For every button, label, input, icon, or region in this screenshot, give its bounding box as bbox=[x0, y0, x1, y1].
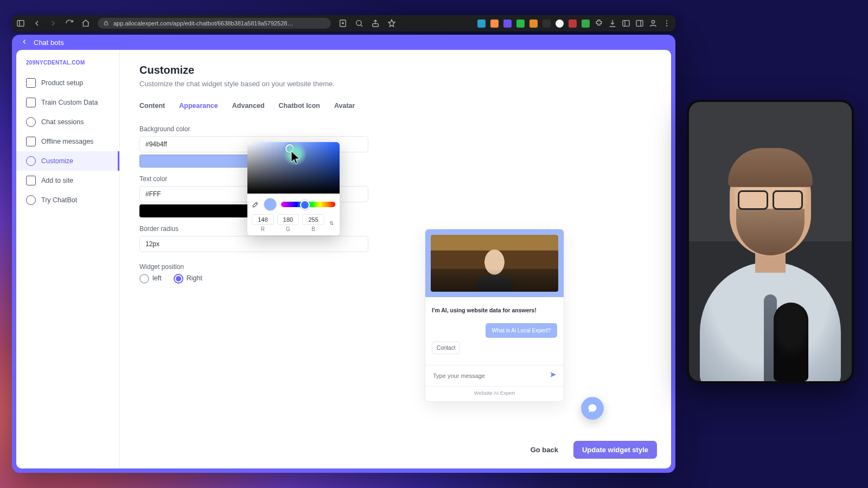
sidebar: 209NYCDENTAL.COM Product setup Train Cus… bbox=[16, 50, 120, 468]
tab-chatbot-icon[interactable]: Chatbot Icon bbox=[279, 100, 320, 112]
download-icon[interactable] bbox=[608, 19, 617, 28]
extension-icon[interactable] bbox=[503, 20, 512, 28]
radio-icon bbox=[174, 274, 183, 284]
b-input[interactable]: 255 bbox=[302, 214, 324, 225]
browser-toolbar: app.ailocalexpert.com/app/edit-chatbot/6… bbox=[12, 15, 675, 31]
r-label: R bbox=[252, 226, 274, 232]
extension-icon[interactable] bbox=[542, 20, 551, 28]
color-mode-toggle[interactable]: ⇅ bbox=[328, 214, 335, 232]
sidebar-item-offline-messages[interactable]: Offline messages bbox=[16, 132, 119, 151]
address-bar[interactable]: app.ailocalexpert.com/app/edit-chatbot/6… bbox=[98, 18, 331, 29]
extension-icon[interactable] bbox=[556, 20, 564, 28]
chat-bubble-launcher[interactable] bbox=[581, 397, 604, 420]
profile-icon[interactable] bbox=[649, 19, 658, 28]
sidebar-item-label: Customize bbox=[41, 157, 73, 165]
b-label: B bbox=[302, 226, 324, 232]
reload-icon[interactable] bbox=[65, 19, 74, 28]
sidebar-item-add-to-site[interactable]: Add to site bbox=[16, 171, 119, 190]
home-icon[interactable] bbox=[81, 19, 90, 28]
extension-icon[interactable] bbox=[569, 20, 577, 28]
hue-thumb-icon[interactable] bbox=[300, 200, 310, 210]
sidebar-item-label: Try ChatBot bbox=[41, 196, 77, 204]
sidebar-item-chat-sessions[interactable]: Chat sessions bbox=[16, 112, 119, 132]
update-button[interactable]: Update widget style bbox=[573, 441, 657, 459]
extension-icon[interactable] bbox=[516, 20, 525, 28]
star-icon[interactable] bbox=[387, 19, 396, 28]
webcam-person bbox=[700, 153, 841, 383]
extension-icon[interactable] bbox=[477, 20, 486, 28]
go-back-button[interactable]: Go back bbox=[522, 441, 567, 459]
sidebar-item-customize[interactable]: Customize bbox=[16, 151, 119, 171]
webcam-overlay bbox=[687, 100, 854, 383]
r-input[interactable]: 148 bbox=[252, 214, 274, 225]
chat-bubble-icon bbox=[587, 403, 598, 414]
microphone-icon bbox=[774, 303, 808, 381]
tab-appearance[interactable]: Appearance bbox=[179, 100, 218, 112]
panel-left-icon[interactable] bbox=[622, 19, 630, 28]
nav-back-icon[interactable] bbox=[33, 19, 41, 28]
radio-icon bbox=[139, 274, 149, 284]
desktop-wallpaper: app.ailocalexpert.com/app/edit-chatbot/6… bbox=[0, 0, 868, 488]
extensions-menu-icon[interactable] bbox=[595, 19, 603, 28]
site-name: 209NYCDENTAL.COM bbox=[16, 60, 119, 73]
eyedropper-icon[interactable] bbox=[252, 201, 259, 208]
quick-reply-chip[interactable]: What is Ai Local Expert? bbox=[486, 323, 557, 338]
share-icon[interactable] bbox=[371, 19, 380, 28]
sidebar-toggle-icon[interactable] bbox=[16, 19, 25, 28]
svg-point-3 bbox=[356, 21, 361, 25]
install-app-icon[interactable] bbox=[339, 19, 347, 28]
contact-button[interactable]: Contact bbox=[432, 342, 460, 354]
lock-icon bbox=[103, 20, 109, 27]
g-input[interactable]: 180 bbox=[277, 214, 299, 225]
radio-label: left bbox=[152, 274, 162, 282]
svg-rect-1 bbox=[104, 23, 107, 25]
g-label: G bbox=[277, 226, 299, 232]
chat-input[interactable] bbox=[432, 372, 550, 380]
app-window: Chat bots 209NYCDENTAL.COM Product setup… bbox=[12, 35, 675, 473]
plus-icon bbox=[26, 176, 36, 185]
tab-content[interactable]: Content bbox=[139, 100, 165, 112]
back-arrow-icon[interactable] bbox=[21, 38, 28, 47]
panel-right-icon[interactable] bbox=[635, 19, 644, 28]
sidebar-item-product-setup[interactable]: Product setup bbox=[16, 73, 119, 93]
radius-label: Border radius bbox=[139, 225, 652, 233]
radio-right[interactable]: Right bbox=[174, 274, 202, 284]
sidebar-item-label: Add to site bbox=[41, 177, 73, 184]
radio-label: Right bbox=[187, 274, 202, 282]
send-icon[interactable] bbox=[550, 371, 557, 381]
url-text: app.ailocalexpert.com/app/edit-chatbot/6… bbox=[113, 20, 293, 27]
chat-hero-image bbox=[431, 235, 558, 292]
sidebar-item-label: Offline messages bbox=[41, 138, 93, 145]
ai-intro-text: I'm AI, using website data for answers! bbox=[432, 307, 557, 313]
text-swatch-row bbox=[139, 204, 652, 217]
chat-widget-preview: ✕ I'm AI, using website data for answers… bbox=[425, 229, 564, 402]
bg-color-label: Background color bbox=[139, 125, 652, 133]
svg-rect-5 bbox=[623, 21, 629, 27]
bg-swatch-large[interactable] bbox=[139, 155, 257, 168]
text-swatch-black[interactable] bbox=[139, 204, 257, 217]
radio-left[interactable]: left bbox=[139, 274, 162, 284]
svg-point-9 bbox=[666, 23, 667, 24]
sidebar-item-try-chatbot[interactable]: Try ChatBot bbox=[16, 190, 119, 210]
sidebar-item-train-data[interactable]: Train Custom Data bbox=[16, 93, 119, 112]
footer-actions: Go back Update widget style bbox=[522, 441, 657, 459]
radius-input[interactable] bbox=[139, 236, 368, 252]
svg-rect-6 bbox=[636, 21, 643, 27]
extension-icon[interactable] bbox=[529, 20, 538, 28]
kebab-menu-icon[interactable] bbox=[662, 19, 671, 28]
hue-slider[interactable] bbox=[281, 202, 335, 207]
nav-forward-icon[interactable] bbox=[49, 19, 58, 28]
svg-point-7 bbox=[652, 21, 654, 23]
chat-input-row bbox=[425, 365, 564, 386]
tab-advanced[interactable]: Advanced bbox=[232, 100, 265, 112]
search-icon[interactable] bbox=[355, 19, 363, 28]
svg-point-10 bbox=[666, 25, 667, 27]
tab-avatar[interactable]: Avatar bbox=[334, 100, 355, 112]
extension-icon[interactable] bbox=[582, 20, 590, 28]
extensions-row bbox=[477, 19, 671, 28]
page-subtitle: Customize the chat widget style based on… bbox=[139, 80, 652, 88]
chat-header: ✕ bbox=[425, 229, 564, 297]
breadcrumb[interactable]: Chat bots bbox=[34, 38, 64, 47]
extension-icon[interactable] bbox=[490, 20, 499, 28]
page-title: Customize bbox=[139, 64, 652, 76]
